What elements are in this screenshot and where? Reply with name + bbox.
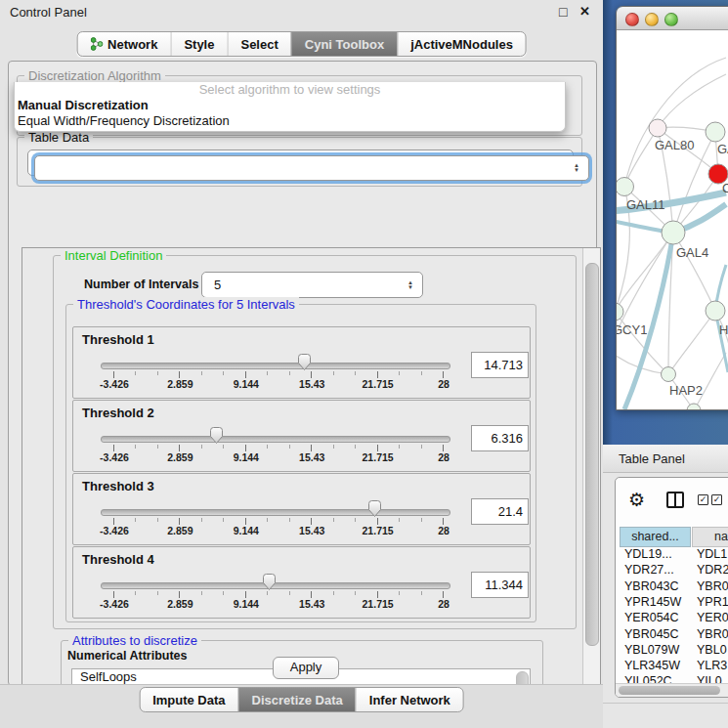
table-row[interactable]: YBR045CYBR0 xyxy=(616,626,728,642)
threshold-slider-thumb[interactable] xyxy=(209,426,224,445)
threshold-label: Threshold 3 xyxy=(82,479,154,493)
slider-tick-label: 21.715 xyxy=(363,378,394,390)
algorithm-combobox[interactable]: ▲▼ xyxy=(34,155,589,181)
threshold-value-field[interactable]: 6.316 xyxy=(471,425,529,451)
discretization-algorithm-group-title: Discretization Algorithm xyxy=(24,68,165,83)
tab-infer-network[interactable]: Infer Network xyxy=(356,688,463,711)
table-row[interactable]: YPR145WYPR1 xyxy=(616,594,728,610)
network-node-label: GAL80 xyxy=(655,138,694,152)
application-root: Control Panel □ ✕ NetworkStyleSelectCyni… xyxy=(0,0,728,728)
network-edge[interactable] xyxy=(673,233,715,311)
table-column-header[interactable]: na xyxy=(692,527,728,547)
threshold-slider-thumb[interactable] xyxy=(297,353,312,371)
cyni-bottom-tab-bar: Impute DataDiscretize DataInfer Network xyxy=(139,687,464,712)
network-node[interactable] xyxy=(617,303,623,321)
threshold-value-field[interactable]: 21.4 xyxy=(471,498,529,525)
checkbox-icon[interactable]: ✓ xyxy=(698,494,708,505)
number-of-intervals-combobox[interactable]: 5 ▲▼ xyxy=(201,272,423,298)
thresholds-group-title: Threshold's Coordinates for 5 Intervals xyxy=(73,297,299,312)
tab-label: Select xyxy=(240,37,278,52)
algorithm-dropdown-popup: Select algorithm to view settingsManual … xyxy=(14,82,566,132)
threshold-value-field[interactable]: 14.713 xyxy=(471,352,529,378)
table-cell: YPR1 xyxy=(697,594,728,610)
tab-discretize-data[interactable]: Discretize Data xyxy=(238,688,356,711)
control-panel-titlebar: Control Panel □ ✕ xyxy=(0,0,603,25)
network-edge-highlighted[interactable] xyxy=(624,233,673,409)
table-cell: YBR0 xyxy=(697,578,728,594)
network-canvas[interactable]: GAL80GACGAL11GAL4GCY1HHAP2 xyxy=(617,30,728,409)
scrollbar-thumb[interactable] xyxy=(619,686,720,695)
threshold-slider-thumb[interactable] xyxy=(262,573,277,591)
table-row[interactable]: YBR043CYBR0 xyxy=(616,578,728,594)
network-edge[interactable] xyxy=(694,353,726,409)
table-row[interactable]: YDL19...YDL1 xyxy=(616,546,728,562)
slider-tick-label: -3.426 xyxy=(100,378,129,390)
table-row[interactable]: YER054CYER0 xyxy=(616,610,728,625)
table-row[interactable]: YLR345WYLR3 xyxy=(616,658,728,673)
control-panel-tab-bar: NetworkStyleSelectCyni ToolboxjActiveMNo… xyxy=(76,31,527,57)
threshold-slider-track[interactable] xyxy=(101,436,450,443)
scrollbar-thumb[interactable] xyxy=(585,263,599,646)
table-cell: YBR0 xyxy=(697,626,728,642)
slider-major-ticks xyxy=(113,371,445,378)
close-window-icon[interactable]: ✕ xyxy=(579,4,590,19)
close-traffic-light-icon[interactable] xyxy=(625,13,639,26)
numerical-attributes-label: Numerical Attributes xyxy=(67,649,187,663)
tab-impute-data[interactable]: Impute Data xyxy=(140,688,237,711)
checkbox-icon[interactable]: ✓ xyxy=(711,494,722,505)
threshold-slider-thumb[interactable] xyxy=(367,499,382,518)
tab-jactivemnodules[interactable]: jActiveMNodules xyxy=(397,32,526,56)
threshold-slider-track[interactable] xyxy=(101,363,450,369)
table-horizontal-scrollbar[interactable] xyxy=(616,683,728,698)
table-cell: YDL19... xyxy=(624,546,691,562)
minimize-traffic-light-icon[interactable] xyxy=(645,13,659,26)
network-node[interactable] xyxy=(617,178,634,196)
tab-style[interactable]: Style xyxy=(170,32,227,56)
slider-tick-label: 2.859 xyxy=(167,598,193,610)
control-panel-window: Control Panel □ ✕ NetworkStyleSelectCyni… xyxy=(0,0,603,728)
network-edge[interactable] xyxy=(658,74,726,128)
table-row[interactable]: YBL079WYBL0 xyxy=(616,642,728,658)
algorithm-option[interactable]: Manual Discretization xyxy=(15,98,565,113)
slider-tick-label: 15.43 xyxy=(299,598,324,610)
network-icon xyxy=(90,37,103,51)
slider-tick-label: 2.859 xyxy=(167,378,193,390)
table-cell: YPR145W xyxy=(624,594,691,610)
network-window-frame: GAL80GACGAL11GAL4GCY1HHAP2 xyxy=(603,0,728,445)
network-edge[interactable] xyxy=(624,128,658,187)
network-node[interactable] xyxy=(662,221,685,244)
settings-vertical-scrollbar[interactable] xyxy=(582,248,600,714)
network-node[interactable] xyxy=(706,122,725,142)
table-column-header[interactable]: shared... xyxy=(620,527,691,547)
network-edge[interactable] xyxy=(668,311,715,374)
interval-definition-group-title: Interval Definition xyxy=(61,248,166,263)
network-node[interactable] xyxy=(706,301,725,321)
apply-button[interactable]: Apply xyxy=(273,657,339,679)
slider-major-ticks xyxy=(113,445,445,451)
network-node[interactable] xyxy=(687,404,701,409)
network-node-label: GA xyxy=(717,142,728,156)
table-row[interactable]: YDR27...YDR2 xyxy=(616,562,728,578)
columns-icon[interactable] xyxy=(666,492,684,508)
float-window-icon[interactable]: □ xyxy=(559,4,567,20)
gear-icon[interactable]: ⚙ xyxy=(628,489,645,511)
threshold-label: Threshold 4 xyxy=(82,552,154,567)
table-cell: YLR345W xyxy=(624,658,691,673)
network-node-label: H xyxy=(719,322,728,337)
zoom-traffic-light-icon[interactable] xyxy=(664,13,678,26)
slider-tick-label: 28 xyxy=(438,525,450,536)
threshold-slider-track[interactable] xyxy=(101,509,450,516)
table-cell: YBL079W xyxy=(624,642,691,658)
slider-tick-label: -3.426 xyxy=(100,451,129,463)
slider-tick-label: 21.715 xyxy=(363,525,394,536)
combo-stepper-icon: ▲▼ xyxy=(403,280,418,290)
algorithm-option[interactable]: Equal Width/Frequency Discretization xyxy=(15,113,565,129)
tab-select[interactable]: Select xyxy=(227,32,290,56)
tab-network[interactable]: Network xyxy=(77,32,170,56)
interval-definition-group: Interval Definition Number of Intervals … xyxy=(53,255,577,629)
network-node[interactable] xyxy=(662,367,676,382)
tab-cyni-toolbox[interactable]: Cyni Toolbox xyxy=(291,32,397,56)
threshold-value-field[interactable]: 11.344 xyxy=(471,572,529,598)
network-node[interactable] xyxy=(649,119,666,137)
slider-tick-label: 9.144 xyxy=(234,598,259,610)
